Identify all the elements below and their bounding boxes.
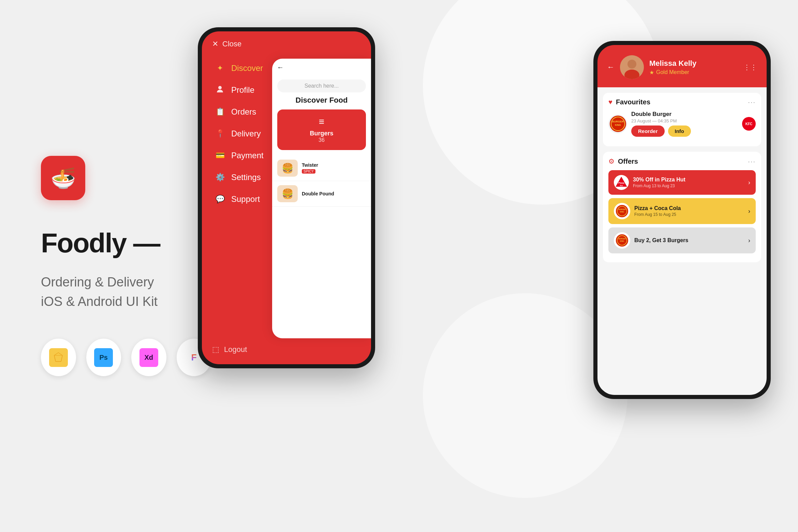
fav-bk-logo: BURGER KING: [608, 115, 627, 133]
center-phone-screen: ✕ Close ✦ Discover Profile: [202, 31, 371, 364]
discover-panel: ← Search here... Discover Food ≡ Burgers…: [272, 59, 371, 338]
offer-buy2get3-name: Buy 2, Get 3 Burgers: [634, 237, 744, 243]
fav-item-name: Double Burger: [631, 111, 738, 118]
offer-pizza-hut-logo: Pizza Hut: [614, 175, 629, 190]
svg-text:BURGER: BURGER: [618, 208, 626, 210]
tool-photoshop: Ps: [86, 339, 121, 376]
center-phone-outer: ✕ Close ✦ Discover Profile: [198, 27, 375, 368]
delivery-icon: 📍: [216, 129, 224, 138]
logout-icon: ⬚: [212, 345, 219, 354]
discover-food-title: Discover Food: [272, 96, 371, 105]
tool-icons-row: Ps Xd F: [41, 339, 211, 376]
rp-header-actions: ⋮⋮: [743, 63, 757, 71]
fav-item-actions: Reorder Info: [631, 125, 738, 137]
menu-label-payment: Payment: [231, 151, 264, 160]
menu-label-discover: Discover: [231, 63, 263, 73]
tier-label: Gold Member: [656, 69, 689, 75]
food-item-twister[interactable]: 🍔 Twister SPICY: [272, 156, 371, 181]
offer-pizza-hut-arrow: ›: [748, 179, 750, 186]
rp-user-name: Melissa Kelly: [649, 59, 738, 68]
center-phone: ✕ Close ✦ Discover Profile: [198, 27, 375, 368]
svg-text:KING: KING: [620, 211, 624, 213]
search-bar[interactable]: Search here...: [277, 79, 366, 92]
info-button[interactable]: Info: [668, 125, 691, 137]
rp-header: ← Melissa Kelly ★ Gold Member: [597, 45, 767, 87]
left-section: 🍜 Foodly — Ordering & Delivery iOS & And…: [41, 0, 211, 532]
rp-avatar: [620, 55, 644, 79]
offer-buy2get3-info: Buy 2, Get 3 Burgers: [634, 237, 744, 243]
menu-label-settings: Settings: [231, 173, 261, 182]
offers-gear-icon: ⚙: [608, 157, 615, 165]
right-phone: ← Melissa Kelly ★ Gold Member: [593, 41, 771, 399]
offers-title: Offers: [618, 158, 638, 165]
tool-sketch: [41, 339, 76, 376]
offer-bk-cola-date: From Aug 15 to Aug 25: [634, 212, 744, 217]
discover-icon: ✦: [216, 64, 224, 73]
svg-text:KING: KING: [620, 240, 624, 242]
orders-icon: 📋: [216, 107, 224, 116]
fav-item-double-burger: BURGER KING Double Burger 23 August — 04…: [608, 111, 756, 137]
offer-bk-cola[interactable]: BURGER KING Pizza + Coca Cola From Aug 1…: [608, 198, 756, 224]
menu-label-profile: Profile: [231, 85, 254, 95]
offer-pizza-hut-date: From Aug 13 to Aug 23: [633, 183, 744, 188]
offer-bk-cola-name: Pizza + Coca Cola: [634, 205, 744, 211]
rp-user-tier: ★ Gold Member: [649, 69, 738, 76]
logout-button[interactable]: ⬚ Logout: [212, 345, 247, 354]
tool-xd: Xd: [131, 339, 166, 376]
reorder-button[interactable]: Reorder: [631, 125, 665, 137]
svg-text:Hut: Hut: [620, 184, 623, 187]
close-label[interactable]: Close: [222, 40, 241, 48]
fav-kfc-logo: KFC: [742, 117, 756, 131]
rp-back-button[interactable]: ←: [607, 63, 615, 72]
svg-point-7: [627, 60, 636, 69]
right-phone-screen: ← Melissa Kelly ★ Gold Member: [597, 45, 767, 395]
food-name-twister: Twister: [302, 162, 366, 168]
payment-icon: 💳: [216, 151, 224, 160]
offer-bk-cola-arrow: ›: [748, 208, 750, 215]
offer-bk-cola-info: Pizza + Coca Cola From Aug 15 to Aug 25: [634, 205, 744, 217]
svg-point-5: [218, 86, 222, 89]
close-bar: ✕ Close: [202, 31, 371, 54]
favourites-section: ♥ Favourites ··· BURGER KING: [603, 93, 761, 146]
burgers-card-icon: ≡: [284, 116, 359, 127]
favourites-heart-icon: ♥: [608, 98, 612, 106]
food-img-double-pound: 🍔: [277, 185, 298, 202]
offer-bk-logo: BURGER KING: [614, 203, 630, 219]
spicy-badge: SPICY: [302, 169, 315, 174]
food-name-double-pound: Double Pound: [302, 191, 366, 196]
food-item-double-pound[interactable]: 🍔 Double Pound: [272, 181, 371, 207]
offer-buy2get3-arrow: ›: [748, 237, 750, 244]
settings-icon: ⚙️: [216, 173, 224, 182]
favourites-more-button[interactable]: ···: [748, 98, 756, 106]
offer-pizza-hut-info: 30% Off in Pizza Hut From Aug 13 to Aug …: [633, 177, 744, 188]
offer-pizza-hut-name: 30% Off in Pizza Hut: [633, 177, 744, 183]
menu-label-support: Support: [231, 194, 260, 204]
burgers-label: Burgers: [284, 130, 359, 137]
close-x-icon[interactable]: ✕: [212, 40, 218, 48]
rp-content: ♥ Favourites ··· BURGER KING: [597, 87, 767, 395]
offer-buy2get3[interactable]: BURGER KING Buy 2, Get 3 Burgers ›: [608, 227, 756, 253]
offers-section: ⚙ Offers ··· Pizza Hut: [603, 152, 761, 262]
logout-label: Logout: [224, 345, 247, 354]
svg-text:KING: KING: [615, 124, 621, 126]
rp-user-info: Melissa Kelly ★ Gold Member: [649, 59, 738, 76]
menu-label-orders: Orders: [231, 107, 256, 117]
offer-pizza-hut[interactable]: Pizza Hut 30% Off in Pizza Hut From Aug …: [608, 170, 756, 195]
favourites-title: Favourites: [616, 98, 650, 106]
offers-more-button[interactable]: ···: [748, 158, 756, 165]
menu-label-delivery: Delivery: [231, 129, 261, 138]
support-icon: 💬: [216, 195, 224, 204]
tier-star-icon: ★: [649, 69, 654, 76]
svg-text:Pizza: Pizza: [618, 182, 624, 184]
favourites-section-header: ♥ Favourites ···: [608, 98, 756, 106]
discover-back-arrow[interactable]: ←: [277, 63, 284, 71]
burgers-card[interactable]: ≡ Burgers 36: [277, 109, 366, 150]
svg-text:BURGER: BURGER: [618, 238, 626, 240]
profile-icon: [216, 85, 224, 95]
rp-more-button[interactable]: ⋮⋮: [743, 63, 757, 71]
offer-buy2get3-logo: BURGER KING: [614, 232, 630, 249]
app-icon-emoji: 🍜: [50, 166, 76, 190]
fav-item-info: Double Burger 23 August — 04:35 PM Reord…: [631, 111, 738, 137]
fav-item-date: 23 August — 04:35 PM: [631, 118, 738, 123]
app-icon: 🍜: [41, 156, 85, 200]
